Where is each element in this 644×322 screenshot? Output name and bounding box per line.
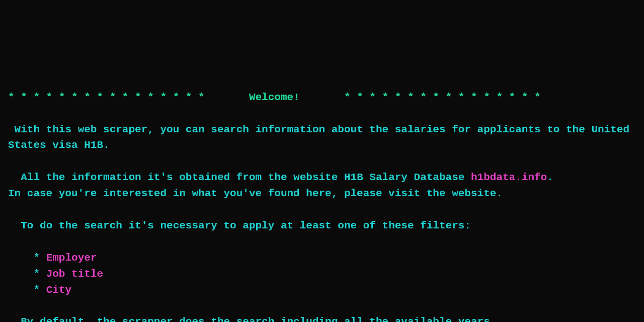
blank-line [8,202,644,218]
filter-item-job-title: * Job title [8,266,644,282]
default-line-1: By default, the scrapper does the search… [8,314,644,322]
filter-item-city: * City [8,282,644,298]
header-line: * * * * * * * * * * * * * * * * Welcome!… [8,90,644,106]
source-suffix: . [547,172,553,183]
header-stars-left: * * * * * * * * * * * * * * * * [8,92,205,103]
source-prefix: All the information it's obtained from t… [8,172,471,183]
source-line: All the information it's obtained from t… [8,170,644,186]
blank-line [8,153,644,170]
filters-intro: To do the search it's necessary to apply… [8,218,644,234]
filter-label: Job title [46,268,103,280]
filter-label: City [46,284,71,296]
filter-label: Employer [46,252,97,264]
header-stars-right: * * * * * * * * * * * * * * * * [344,92,541,103]
filter-item-employer: * Employer [8,250,644,266]
intro-text: With this web scraper, you can search in… [8,122,644,154]
visit-line: In case you're interested in what you've… [8,186,644,202]
blank-line [8,234,644,250]
terminal-output: * * * * * * * * * * * * * * * * Welcome!… [8,90,644,322]
bullet: * [8,268,46,280]
blank-line [8,298,644,314]
header-title: Welcome! [249,92,300,103]
bullet: * [8,252,46,264]
source-url: h1bdata.info [471,172,547,183]
bullet: * [8,284,46,296]
